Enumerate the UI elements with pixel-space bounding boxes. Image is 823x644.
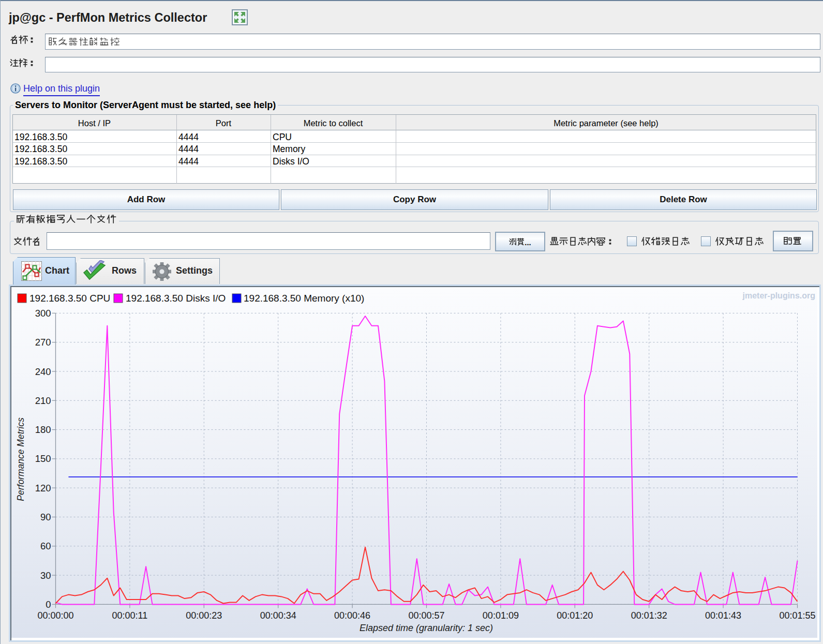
svg-text:210: 210: [35, 395, 51, 406]
svg-text:192.168.3.50 CPU: 192.168.3.50 CPU: [29, 293, 110, 304]
svg-text:300: 300: [35, 308, 51, 319]
svg-text:00:00:11: 00:00:11: [112, 610, 148, 621]
svg-text:192.168.3.50 Disks I/O: 192.168.3.50 Disks I/O: [126, 293, 226, 304]
svg-text:180: 180: [35, 424, 51, 435]
svg-text:00:00:00: 00:00:00: [37, 610, 73, 621]
svg-text:00:01:43: 00:01:43: [705, 610, 741, 621]
svg-text:00:01:55: 00:01:55: [779, 610, 815, 621]
svg-text:00:01:09: 00:01:09: [483, 610, 519, 621]
svg-text:0: 0: [46, 599, 51, 610]
svg-text:120: 120: [35, 483, 51, 493]
svg-text:jmeter-plugins.org: jmeter-plugins.org: [742, 291, 815, 300]
svg-text:00:01:32: 00:01:32: [631, 610, 667, 621]
svg-text:150: 150: [35, 453, 51, 464]
svg-text:00:00:46: 00:00:46: [334, 610, 370, 621]
svg-text:00:01:20: 00:01:20: [557, 610, 593, 621]
svg-text:00:00:57: 00:00:57: [408, 610, 444, 621]
svg-text:240: 240: [35, 366, 51, 377]
svg-text:270: 270: [35, 337, 51, 348]
svg-text:90: 90: [40, 512, 51, 522]
svg-text:00:00:23: 00:00:23: [186, 610, 222, 621]
svg-text:30: 30: [40, 570, 51, 581]
svg-text:Elapsed time (granularity: 1 s: Elapsed time (granularity: 1 sec): [360, 623, 493, 633]
svg-text:00:00:34: 00:00:34: [260, 610, 296, 621]
svg-text:Performance Metrics: Performance Metrics: [16, 417, 26, 501]
svg-text:192.168.3.50 Memory (x10): 192.168.3.50 Memory (x10): [244, 293, 364, 304]
svg-text:60: 60: [40, 541, 51, 551]
